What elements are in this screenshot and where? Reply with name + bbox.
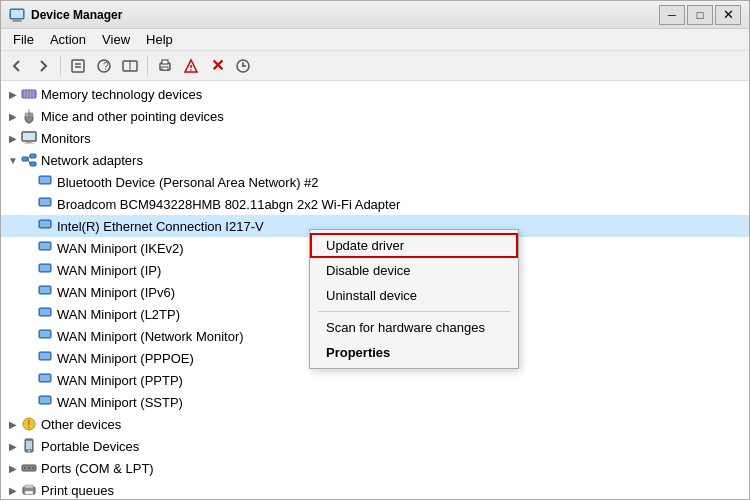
svg-rect-42 (40, 221, 50, 227)
ctx-properties[interactable]: Properties (310, 340, 518, 365)
wan-netmon-icon (37, 328, 53, 344)
expand-portable[interactable]: ▶ (5, 438, 21, 454)
expand-monitors[interactable]: ▶ (5, 130, 21, 146)
svg-rect-4 (72, 60, 84, 72)
expand-network[interactable]: ▼ (5, 152, 21, 168)
mice-label: Mice and other pointing devices (41, 109, 224, 124)
svg-rect-26 (29, 113, 33, 117)
disable-button[interactable] (179, 54, 203, 78)
expand-memory[interactable]: ▶ (5, 86, 21, 102)
svg-rect-46 (40, 265, 50, 271)
svg-rect-22 (30, 90, 31, 98)
mice-icon (21, 108, 37, 124)
update-driver-button[interactable]: ? (92, 54, 116, 78)
expand-print[interactable]: ▶ (5, 482, 21, 498)
print-icon (21, 482, 37, 498)
expand-wan-pptp (21, 372, 37, 388)
print-label: Print queues (41, 483, 114, 498)
svg-rect-70 (25, 491, 33, 494)
svg-rect-20 (24, 90, 25, 98)
intel-ethernet-label: Intel(R) Ethernet Connection I217-V (57, 219, 264, 234)
expand-wan-l2tp (21, 306, 37, 322)
ctx-uninstall-device[interactable]: Uninstall device (310, 283, 518, 308)
wan-ip-icon (37, 262, 53, 278)
wan-ikev2-label: WAN Miniport (IKEv2) (57, 241, 184, 256)
title-bar: Device Manager ─ □ ✕ (1, 1, 749, 29)
expand-wan-ipv6 (21, 284, 37, 300)
menu-file[interactable]: File (5, 30, 42, 49)
tree-item-ports[interactable]: ▶ Ports (COM & LPT) (1, 457, 749, 479)
svg-text:?: ? (103, 61, 109, 72)
maximize-button[interactable]: □ (687, 5, 713, 25)
tree-item-mice[interactable]: ▶ Mice and other pointing devices (1, 105, 749, 127)
svg-point-63 (28, 450, 30, 452)
uninstall-button[interactable]: ✕ (205, 54, 229, 78)
svg-rect-50 (40, 309, 50, 315)
svg-rect-21 (27, 90, 28, 98)
window-title: Device Manager (31, 8, 653, 22)
svg-rect-54 (40, 353, 50, 359)
svg-rect-29 (23, 133, 35, 140)
ctx-disable-device[interactable]: Disable device (310, 258, 518, 283)
tree-item-bluetooth[interactable]: Bluetooth Device (Personal Area Network)… (1, 171, 749, 193)
wan-pppoe-label: WAN Miniport (PPPOE) (57, 351, 194, 366)
monitors-label: Monitors (41, 131, 91, 146)
rollback-button[interactable] (231, 54, 255, 78)
memory-icon (21, 86, 37, 102)
toolbar: ? ✕ (1, 51, 749, 81)
expand-ports[interactable]: ▶ (5, 460, 21, 476)
memory-label: Memory technology devices (41, 87, 202, 102)
svg-rect-32 (22, 157, 28, 161)
toolbar-separator-2 (147, 56, 148, 76)
wan-ipv6-icon (37, 284, 53, 300)
tree-item-network[interactable]: ▼ Network adapters (1, 149, 749, 171)
back-button[interactable] (5, 54, 29, 78)
scan-button[interactable] (118, 54, 142, 78)
ports-icon (21, 460, 37, 476)
tree-item-other[interactable]: ▶ ! Other devices (1, 413, 749, 435)
menu-help[interactable]: Help (138, 30, 181, 49)
expand-wan-pppoe (21, 350, 37, 366)
tree-item-monitors[interactable]: ▶ Monitors (1, 127, 749, 149)
svg-rect-38 (40, 177, 50, 183)
forward-button[interactable] (31, 54, 55, 78)
menu-action[interactable]: Action (42, 30, 94, 49)
context-menu: Update driver Disable device Uninstall d… (309, 229, 519, 369)
ctx-separator (318, 311, 510, 312)
wan-ip-label: WAN Miniport (IP) (57, 263, 161, 278)
svg-point-65 (24, 467, 26, 469)
print-button[interactable] (153, 54, 177, 78)
tree-item-wan-sstp[interactable]: WAN Miniport (SSTP) (1, 391, 749, 413)
wan-netmon-label: WAN Miniport (Network Monitor) (57, 329, 244, 344)
expand-mice[interactable]: ▶ (5, 108, 21, 124)
properties-button[interactable] (66, 54, 90, 78)
network-icon (21, 152, 37, 168)
wan-sstp-label: WAN Miniport (SSTP) (57, 395, 183, 410)
tree-item-portable[interactable]: ▶ Portable Devices (1, 435, 749, 457)
other-label: Other devices (41, 417, 121, 432)
expand-other[interactable]: ▶ (5, 416, 21, 432)
tree-item-wan-pptp[interactable]: WAN Miniport (PPTP) (1, 369, 749, 391)
wan-pptp-label: WAN Miniport (PPTP) (57, 373, 183, 388)
device-manager-window: Device Manager ─ □ ✕ File Action View He… (0, 0, 750, 500)
wan-ipv6-label: WAN Miniport (IPv6) (57, 285, 175, 300)
expand-broadcom (21, 196, 37, 212)
close-button[interactable]: ✕ (715, 5, 741, 25)
svg-rect-13 (162, 67, 168, 70)
tree-item-memory[interactable]: ▶ Memory technology devices (1, 83, 749, 105)
expand-wan-sstp (21, 394, 37, 410)
svg-rect-44 (40, 243, 50, 249)
ctx-scan-hardware[interactable]: Scan for hardware changes (310, 315, 518, 340)
tree-item-broadcom[interactable]: Broadcom BCM943228HMB 802.11abgn 2x2 Wi-… (1, 193, 749, 215)
broadcom-icon (37, 196, 53, 212)
menu-view[interactable]: View (94, 30, 138, 49)
svg-rect-33 (30, 154, 36, 158)
tree-item-print[interactable]: ▶ Print queues (1, 479, 749, 499)
minimize-button[interactable]: ─ (659, 5, 685, 25)
ctx-update-driver[interactable]: Update driver (310, 233, 518, 258)
svg-rect-31 (24, 143, 34, 144)
broadcom-label: Broadcom BCM943228HMB 802.11abgn 2x2 Wi-… (57, 197, 400, 212)
app-icon (9, 7, 25, 23)
svg-rect-69 (25, 485, 33, 488)
svg-rect-23 (33, 90, 34, 98)
